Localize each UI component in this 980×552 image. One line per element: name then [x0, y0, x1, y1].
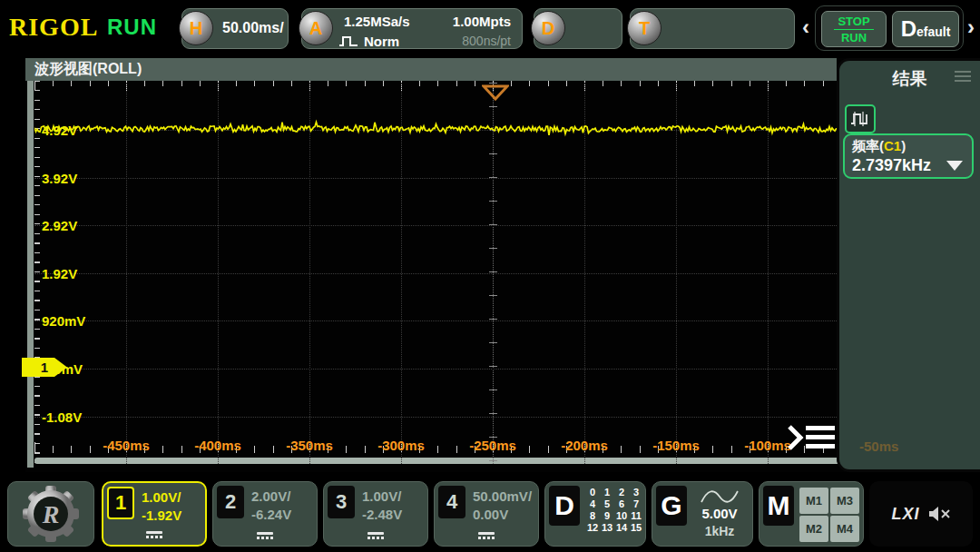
waveform-view-title[interactable]: 波形视图(ROLL) [25, 58, 837, 81]
digital-channel-grid: 0123 4567 891011 12131415 [585, 487, 643, 533]
channel3-number: 3 [328, 486, 355, 518]
rigol-gear-button[interactable]: R [7, 481, 94, 547]
channel4-number: 4 [438, 486, 466, 518]
generator-frequency: 1kHz [694, 524, 745, 538]
channel2-number: 2 [217, 486, 244, 518]
math-m4-button[interactable]: M4 [830, 516, 859, 542]
gridline-h [34, 273, 838, 274]
measurement-name: 频率 [852, 138, 879, 153]
pulse-waveform-icon [338, 34, 362, 47]
math-button[interactable]: M M1 M3 M2 M4 [759, 481, 864, 547]
sine-wave-icon [700, 489, 740, 504]
results-panel: 结果 频率(C1) 2.7397kHz -50ms [837, 58, 980, 472]
left-edge-bar [27, 81, 34, 468]
memory-depth-value: 1.00Mpts [453, 14, 511, 29]
voltage-label: 1.92V [42, 266, 105, 281]
run-label: RUN [822, 31, 886, 44]
math-m2-button[interactable]: M2 [799, 516, 828, 542]
time-label: -350ms [271, 438, 348, 453]
digital-label: D [549, 486, 580, 526]
chevron-right-icon[interactable]: › [967, 15, 975, 40]
horizontal-scale-value: 50.00ms/ [222, 20, 284, 36]
generator-label: G [656, 486, 687, 526]
stop-run-divider [834, 29, 874, 30]
svg-text:R: R [42, 500, 60, 528]
time-per-point-value: 800ns/pt [462, 34, 511, 48]
speaker-muted-icon[interactable] [927, 505, 951, 523]
channel2-offset: -6.24V [251, 507, 291, 522]
sample-rate-value: 1.25MSa/s [344, 14, 410, 29]
channel4-scale: 50.00mV/ [473, 488, 532, 504]
chevron-left-icon[interactable]: ‹ [802, 15, 809, 40]
stop-label: STOP [822, 15, 886, 28]
time-label: -150ms [638, 438, 714, 453]
gear-logo-icon: R [21, 484, 81, 544]
oscilloscope-screen: RIGOL RUN H 50.00ms/ A 1.25MSa/s Norm 1.… [0, 0, 980, 552]
lxi-status-area: LXI [869, 481, 973, 547]
decode-settings-button[interactable]: D [534, 8, 622, 49]
time-label: -450ms [88, 438, 164, 453]
gridline-h [34, 225, 838, 226]
time-label: -400ms [180, 438, 256, 453]
acquisition-settings-button[interactable]: A 1.25MSa/s Norm 1.00Mpts 800ns/pt [301, 8, 523, 49]
gridline-h [34, 178, 838, 179]
measurement-card-frequency[interactable]: 频率(C1) 2.7397kHz [843, 133, 974, 179]
gridline-h [34, 417, 838, 418]
channel3-scale: 1.00V/ [362, 488, 401, 504]
channel2-scale: 2.00V/ [251, 488, 290, 504]
gridline-h [34, 369, 838, 370]
channel1-number: 1 [107, 487, 134, 519]
generator-button[interactable]: G 5.00V 1kHz [652, 481, 753, 547]
channel2-button[interactable]: 2 2.00V/ -6.24V [212, 481, 318, 547]
decode-icon[interactable]: D [531, 11, 565, 45]
results-menu-icon[interactable] [955, 71, 971, 84]
time-label: -300ms [363, 438, 439, 453]
lxi-label: LXI [891, 505, 919, 524]
measurement-source: C1 [884, 138, 901, 153]
default-button[interactable]: Default [892, 11, 959, 47]
bottom-channel-bar: R 1 1.00V/ -1.92V 2 2.00V/ -6.24V 3 1.00… [0, 476, 980, 552]
measurement-dropdown-icon[interactable] [946, 161, 963, 171]
horizontal-settings-button[interactable]: H 50.00ms/ [181, 8, 289, 49]
trigger-settings-button[interactable]: T [630, 8, 795, 49]
voltage-label: 920mV [42, 313, 105, 329]
trigger-position-icon[interactable] [482, 84, 509, 101]
quick-buttons-group: STOP RUN Default [815, 5, 964, 51]
voltage-label: -1.08V [42, 409, 105, 425]
acquisition-mode-value: Norm [364, 34, 399, 49]
top-toolbar: RIGOL RUN H 50.00ms/ A 1.25MSa/s Norm 1.… [0, 0, 980, 56]
expand-menu-icon[interactable] [786, 421, 838, 454]
channel1-trace[interactable] [34, 109, 838, 149]
digital-channels-button[interactable]: D 0123 4567 891011 12131415 [544, 481, 646, 547]
acquisition-status: RUN [107, 15, 157, 40]
channel3-coupling-icon [368, 532, 384, 539]
voltage-label: 3.92V [42, 171, 105, 186]
time-label-dimmed: -50ms [859, 439, 898, 454]
voltage-label: 2.92V [42, 218, 105, 233]
channel2-coupling-icon [257, 532, 273, 539]
channel4-offset: 0.00V [473, 507, 508, 522]
channel1-offset: -1.92V [142, 508, 181, 523]
channel1-coupling-icon [146, 531, 162, 538]
math-channel-grid: M1 M3 M2 M4 [799, 488, 859, 542]
gridline-h [34, 320, 838, 321]
acquisition-icon[interactable]: A [299, 11, 333, 45]
stop-run-button[interactable]: STOP RUN [821, 11, 887, 47]
channel1-button[interactable]: 1 1.00V/ -1.92V [102, 481, 207, 547]
measurement-type-icon[interactable] [845, 104, 876, 133]
math-m3-button[interactable]: M3 [830, 488, 859, 514]
generator-voltage: 5.00V [694, 506, 745, 521]
channel4-coupling-icon [478, 532, 495, 539]
time-label: -250ms [455, 438, 531, 453]
rigol-logo: RIGOL [9, 13, 98, 42]
math-label: M [763, 486, 794, 526]
channel3-button[interactable]: 3 1.00V/ -2.48V [323, 481, 428, 547]
results-header: 结果 [839, 61, 980, 95]
trigger-icon[interactable]: T [627, 11, 662, 45]
time-label: -200ms [546, 438, 622, 453]
channel4-button[interactable]: 4 50.00mV/ 0.00V [434, 481, 539, 547]
channel3-offset: -2.48V [362, 507, 402, 522]
channel1-scale: 1.00V/ [142, 489, 181, 505]
horizontal-icon[interactable]: H [179, 11, 213, 45]
math-m1-button[interactable]: M1 [799, 488, 828, 514]
